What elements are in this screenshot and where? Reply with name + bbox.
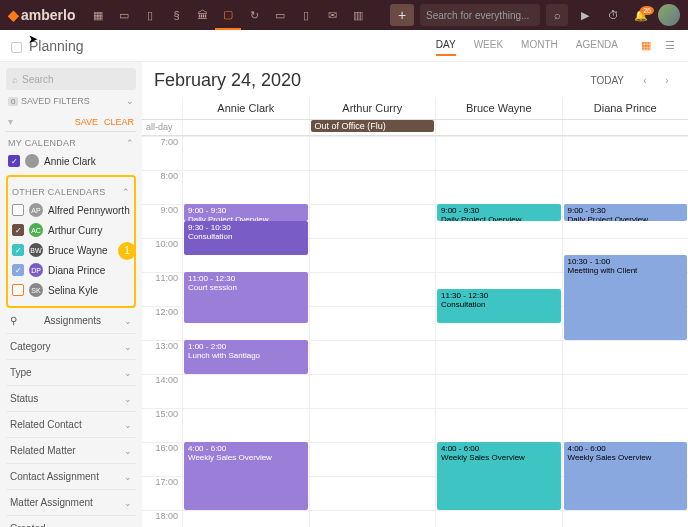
allday-cell[interactable] (562, 120, 689, 135)
other-calendar-item[interactable]: SK Selina Kyle (10, 280, 132, 300)
add-button[interactable]: + (390, 4, 414, 26)
filter-section[interactable]: Category⌄ (6, 333, 136, 359)
calendar-event[interactable]: 4:00 - 6:00Weekly Sales Overview (184, 442, 308, 510)
nav-time-icon[interactable]: ↻ (241, 0, 267, 30)
next-arrow[interactable]: › (658, 72, 676, 90)
sidebar: ⌕ Search 0 SAVED FILTERS ⌄ ▾ SAVE CLEAR … (0, 62, 142, 527)
calendar-name: Selina Kyle (48, 285, 98, 296)
calendar-checkbox[interactable] (12, 284, 24, 296)
filter-section[interactable]: Related Contact⌄ (6, 411, 136, 437)
calendar-checkbox[interactable]: ✓ (12, 244, 24, 256)
calendar-grid[interactable]: 7:008:009:0010:0011:0012:0013:0014:0015:… (142, 136, 688, 527)
other-calendar-item[interactable]: ✓ DP Diana Prince (10, 260, 132, 280)
global-search-input[interactable]: Search for everything... (420, 4, 540, 26)
event-title: Consultation (188, 232, 304, 241)
day-column[interactable]: 9:00 - 9:30Daily Project Overview11:30 -… (435, 136, 562, 527)
timer-icon[interactable]: ⏱ (602, 4, 624, 26)
filter-section[interactable]: Type⌄ (6, 359, 136, 385)
event-title: Lunch with Santiago (188, 351, 304, 360)
tab-day[interactable]: DAY (436, 35, 456, 56)
other-calendar-item[interactable]: ✓ AC Arthur Curry (10, 220, 132, 240)
clear-filter-link[interactable]: CLEAR (104, 117, 134, 127)
save-filter-link[interactable]: SAVE (75, 117, 98, 127)
calendar-event[interactable]: 9:00 - 9:30Daily Project Overview (564, 204, 688, 221)
event-title: Weekly Sales Overview (188, 453, 304, 462)
nav-billing-icon[interactable]: § (163, 0, 189, 30)
play-icon[interactable]: ▶ (574, 4, 596, 26)
nav-bank-icon[interactable]: 🏛 (189, 0, 215, 30)
nav-doc-icon[interactable]: ▯ (293, 0, 319, 30)
event-time: 4:00 - 6:00 (188, 444, 304, 453)
nav-mail-icon[interactable]: ✉ (319, 0, 345, 30)
allday-cell[interactable]: Out of Office (Flu) (309, 120, 436, 135)
logo[interactable]: ◆amberlo (8, 7, 75, 23)
filter-actions: ▾ SAVE CLEAR (6, 112, 136, 132)
allday-cell[interactable] (435, 120, 562, 135)
tab-month[interactable]: MONTH (521, 35, 558, 56)
day-column[interactable]: 9:00 - 9:30Daily Project Overview10:30 -… (562, 136, 689, 527)
other-calendars-header[interactable]: OTHER CALENDARS ⌃ (10, 181, 132, 200)
other-calendar-item[interactable]: AP Alfred Pennyworth (10, 200, 132, 220)
filter-section[interactable]: Created⌄ (6, 515, 136, 527)
calendar-view-icon[interactable]: ▦ (638, 38, 654, 54)
calendar-event[interactable]: 9:30 - 10:30Consultation (184, 221, 308, 255)
calendar-event[interactable]: 9:00 - 9:30Daily Project Overview (184, 204, 308, 221)
prev-arrow[interactable]: ‹ (636, 72, 654, 90)
time-label: 12:00 (142, 306, 182, 340)
filter-section[interactable]: Contact Assignment⌄ (6, 463, 136, 489)
calendar-name: Arthur Curry (48, 225, 102, 236)
today-button[interactable]: TODAY (582, 72, 632, 89)
my-calendar-header[interactable]: MY CALENDAR ⌃ (6, 132, 136, 151)
event-time: 9:00 - 9:30 (568, 206, 684, 215)
calendar-event[interactable]: 10:30 - 1:00Meetting with Client (564, 255, 688, 340)
topbar: ◆amberlo ▦ ▭ ▯ § 🏛 ▢ ↻ ▭ ▯ ✉ ▥ + Search … (0, 0, 688, 30)
saved-filters-header[interactable]: 0 SAVED FILTERS ⌄ (6, 90, 136, 112)
calendar-event[interactable]: 11:30 - 12:30Consultation (437, 289, 561, 323)
my-calendar-item[interactable]: ✓ Annie Clark (6, 151, 136, 171)
calendar-name: Alfred Pennyworth (48, 205, 130, 216)
user-avatar[interactable] (658, 4, 680, 26)
calendar-event[interactable]: 9:00 - 9:30Daily Project Overview (437, 204, 561, 221)
filter-section[interactable]: Related Matter⌄ (6, 437, 136, 463)
chevron-down-icon: ⌄ (124, 498, 132, 508)
calendar-event[interactable]: 4:00 - 6:00Weekly Sales Overview (564, 442, 688, 510)
sidebar-search-input[interactable]: ⌕ Search (6, 68, 136, 90)
notifications-icon[interactable]: 🔔26 (630, 4, 652, 26)
filter-label: Matter Assignment (10, 497, 93, 508)
day-column[interactable] (309, 136, 436, 527)
search-button[interactable]: ⌕ (546, 4, 568, 26)
allday-event[interactable]: Out of Office (Flu) (311, 120, 435, 132)
calendar-area: February 24, 2020 TODAY ‹ › Annie Clark … (142, 62, 688, 527)
calendar-checkbox[interactable] (12, 204, 24, 216)
saved-filters-count: 0 (8, 97, 18, 106)
calendar-checkbox[interactable]: ✓ (8, 155, 20, 167)
chevron-down-icon: ⌄ (124, 524, 132, 528)
tab-week[interactable]: WEEK (474, 35, 503, 56)
calendar-event[interactable]: 4:00 - 6:00Weekly Sales Overview (437, 442, 561, 510)
nav-dashboard-icon[interactable]: ▦ (85, 0, 111, 30)
filter-icon[interactable]: ▾ (8, 116, 13, 127)
allday-cell[interactable] (182, 120, 309, 135)
calendar-event[interactable]: 11:00 - 12:30Court session (184, 272, 308, 323)
other-calendar-item[interactable]: ✓ BW Bruce Wayne (10, 240, 132, 260)
calendar-checkbox[interactable]: ✓ (12, 224, 24, 236)
chevron-down-icon: ⌄ (124, 316, 132, 326)
tab-agenda[interactable]: AGENDA (576, 35, 618, 56)
nav-matters-icon[interactable]: ▯ (137, 0, 163, 30)
avatar-icon (25, 154, 39, 168)
filter-section[interactable]: Status⌄ (6, 385, 136, 411)
avatar-icon: AP (29, 203, 43, 217)
time-label: 17:00 (142, 476, 182, 510)
list-view-icon[interactable]: ☰ (662, 38, 678, 54)
day-column[interactable]: 9:00 - 9:30Daily Project Overview9:30 - … (182, 136, 309, 527)
calendar-checkbox[interactable]: ✓ (12, 264, 24, 276)
calendar-event[interactable]: 1:00 - 2:00Lunch with Santiago (184, 340, 308, 374)
nav-report-icon[interactable]: ▥ (345, 0, 371, 30)
nav-contacts-icon[interactable]: ▭ (111, 0, 137, 30)
filter-section[interactable]: Matter Assignment⌄ (6, 489, 136, 515)
nav-folder-icon[interactable]: ▭ (267, 0, 293, 30)
nav-calendar-icon[interactable]: ▢ (215, 0, 241, 30)
filter-label: Related Contact (10, 419, 82, 430)
filter-section[interactable]: ⚲Assignments⌄ (6, 308, 136, 333)
event-title: Court session (188, 283, 304, 292)
